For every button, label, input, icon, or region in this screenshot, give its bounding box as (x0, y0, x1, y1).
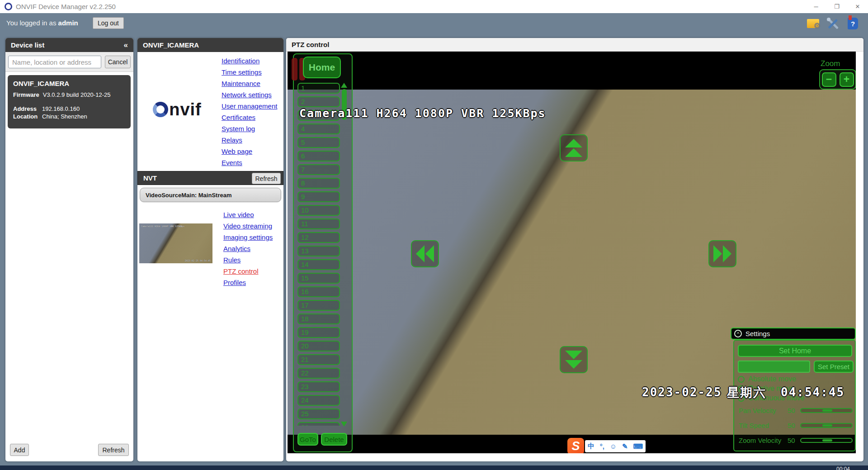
down-arrow-icon (565, 360, 582, 369)
preset-item-6[interactable]: 6 (297, 151, 340, 161)
collapse-panel-icon[interactable]: « (124, 41, 128, 50)
nav-link-user-management[interactable]: User management (222, 100, 277, 112)
help-icon[interactable]: ? (846, 17, 860, 30)
minimize-button[interactable]: ─ (806, 0, 826, 13)
nav-link-maintenance[interactable]: Maintenance (222, 78, 277, 89)
nav-link-relays[interactable]: Relays (222, 134, 277, 146)
slider-thumb[interactable] (822, 439, 832, 442)
nav-link-time-settings[interactable]: Time settings (222, 66, 277, 78)
preset-item-23[interactable]: 23 (297, 381, 340, 392)
preset-item-13[interactable]: 13 (297, 246, 340, 256)
preset-name-input[interactable] (738, 361, 810, 373)
preset-item-7[interactable]: 7 (297, 164, 340, 175)
nav-link-identification[interactable]: Identification (222, 55, 277, 66)
up-arrow-icon (565, 139, 582, 147)
preset-item-25[interactable]: 25 (297, 408, 340, 419)
preset-item-20[interactable]: 20 (297, 341, 340, 351)
add-device-button[interactable]: Add (10, 444, 29, 456)
right-arrow-icon (713, 245, 722, 262)
preset-item-10[interactable]: 10 (297, 205, 340, 216)
nav-link-analytics[interactable]: Analytics (223, 243, 273, 254)
preset-item-26[interactable]: 26 (297, 422, 340, 426)
home-button[interactable]: Home (303, 57, 341, 78)
device-list-panel: Device list « Cancel ONVIF_ICAMERA Firmw… (5, 38, 133, 461)
nav-link-certificates[interactable]: Certificates (222, 112, 277, 123)
logout-button[interactable]: Log out (93, 17, 124, 29)
login-username: admin (58, 19, 78, 27)
close-button[interactable]: ✕ (847, 0, 868, 13)
settings-header[interactable]: ^ Settings (731, 328, 856, 340)
device-list-header: Device list « (5, 38, 133, 52)
nav-link-ptz-control[interactable]: PTZ control (223, 266, 273, 277)
preset-item-9[interactable]: 9 (297, 191, 340, 202)
preset-item-8[interactable]: 8 (297, 178, 340, 189)
zoom-out-button[interactable]: − (822, 72, 836, 87)
record-bar-icon (292, 58, 297, 81)
delete-button[interactable]: Delete (321, 433, 347, 446)
nav-link-system-log[interactable]: System log (222, 123, 277, 134)
slider-track[interactable] (800, 438, 853, 443)
cancel-button[interactable]: Cancel (105, 56, 131, 68)
preset-item-22[interactable]: 22 (297, 368, 340, 379)
goto-button[interactable]: GoTo (297, 433, 318, 446)
preset-item-1[interactable]: 1 (297, 83, 340, 94)
tools-icon[interactable] (826, 17, 840, 30)
video-thumbnail[interactable]: Camera111 H264 1080P VBR 125KBps 2023-02… (139, 223, 212, 263)
radio-absolute-move[interactable]: Absolute move (738, 375, 796, 383)
pan-right-button[interactable] (708, 240, 736, 267)
nav-link-profiles[interactable]: Profiles (223, 277, 273, 288)
handwriting-icon[interactable]: ✎ (622, 442, 628, 451)
slider-thumb[interactable] (822, 409, 832, 412)
nav-link-network-settings[interactable]: Network settings (222, 89, 277, 100)
nav-link-web-page[interactable]: Web page (222, 146, 277, 157)
preset-item-11[interactable]: 11 (297, 218, 340, 229)
address-value: 192.168.0.160 (42, 105, 80, 112)
zoom-in-button[interactable]: + (840, 72, 854, 87)
preset-item-24[interactable]: 24 (297, 395, 340, 406)
pan-down-button[interactable] (560, 346, 588, 373)
slider-track[interactable] (800, 423, 853, 428)
preset-item-21[interactable]: 21 (297, 354, 340, 365)
title-bar: ONVIF Device Manager v2.2.250 ─ ❐ ✕ (0, 0, 868, 13)
video-source-select[interactable]: VideoSourceMain: MainStream (140, 188, 281, 202)
preset-item-18[interactable]: 18 (297, 313, 340, 324)
chinese-mode-icon[interactable]: 中 (588, 442, 594, 451)
manage-icon[interactable]: ⚙ (807, 17, 820, 30)
login-prefix: You logged in as (6, 19, 56, 27)
emoji-icon[interactable]: ☺ (610, 442, 617, 450)
set-preset-button[interactable]: Set Preset (814, 361, 854, 373)
slider-track[interactable] (800, 408, 853, 413)
preset-item-15[interactable]: 15 (297, 273, 340, 284)
nav-link-live-video[interactable]: Live video (223, 209, 273, 220)
nav-link-events[interactable]: Events (222, 157, 277, 168)
nav-link-rules[interactable]: Rules (223, 254, 273, 266)
preset-item-17[interactable]: 17 (297, 300, 340, 311)
maximize-button[interactable]: ❐ (826, 0, 847, 13)
punctuation-icon[interactable]: °, (600, 442, 604, 450)
device-refresh-button[interactable]: Refresh (98, 444, 129, 456)
preset-item-12[interactable]: 12 (297, 232, 340, 243)
sogou-logo-icon[interactable]: S (567, 438, 584, 453)
preset-item-14[interactable]: 14 (297, 259, 340, 270)
nav-link-imaging-settings[interactable]: Imaging settings (223, 232, 273, 243)
device-search-input[interactable] (8, 56, 101, 68)
preset-item-19[interactable]: 19 (297, 327, 340, 338)
video-feed[interactable]: Camera111 H264 1080P VBR 125KBps 2023-02… (288, 52, 856, 453)
ptz-title: PTZ control (292, 41, 329, 48)
preset-item-5[interactable]: 5 (297, 137, 340, 148)
nvt-refresh-button[interactable]: Refresh (252, 173, 281, 184)
taskbar-clock: 00:04 (836, 466, 850, 470)
nav-link-video-streaming[interactable]: Video streaming (223, 220, 273, 232)
preset-item-2[interactable]: 2 (297, 96, 340, 107)
set-home-button[interactable]: Set Home (738, 345, 852, 357)
keyboard-icon[interactable]: ⌨ (633, 442, 643, 451)
device-detail-panel: ONVIF_ICAMERA nvif IdentificationTime se… (137, 38, 283, 461)
device-card[interactable]: ONVIF_ICAMERA FirmwareV3.0.2.9 build 202… (8, 75, 131, 128)
preset-item-16[interactable]: 16 (297, 286, 340, 297)
scroll-up-icon[interactable] (341, 83, 347, 88)
scroll-down-icon[interactable] (341, 422, 347, 427)
slider-thumb[interactable] (822, 424, 832, 427)
preset-item-4[interactable]: 4 (297, 123, 340, 134)
pan-up-button[interactable] (560, 134, 588, 161)
pan-left-button[interactable] (411, 240, 439, 267)
